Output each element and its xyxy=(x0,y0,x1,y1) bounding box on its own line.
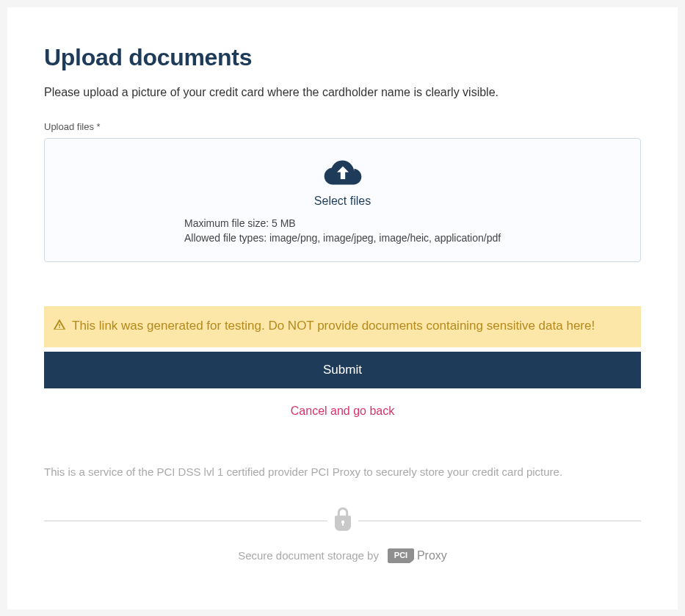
service-disclaimer: This is a service of the PCI DSS lvl 1 c… xyxy=(44,465,641,478)
page-title: Upload documents xyxy=(44,44,641,71)
brand-proxy-text: Proxy xyxy=(417,549,447,562)
page-description: Please upload a picture of your credit c… xyxy=(44,86,641,99)
lock-icon xyxy=(335,521,351,533)
select-files-label: Select files xyxy=(314,195,371,208)
upload-label: Upload files * xyxy=(44,121,641,132)
footer-brand: Secure document storage by PCI Proxy xyxy=(44,547,641,565)
svg-text:PCI: PCI xyxy=(394,551,407,559)
warning-banner: This link was generated for testing. Do … xyxy=(44,306,641,347)
max-size-hint: Maximum file size: 5 MB xyxy=(184,217,626,231)
submit-button[interactable]: Submit xyxy=(44,352,641,388)
pci-proxy-logo: PCI Proxy xyxy=(386,547,447,565)
storage-by-label: Secure document storage by xyxy=(238,549,379,562)
file-dropzone[interactable]: Select files Maximum file size: 5 MB All… xyxy=(44,138,641,262)
file-hints: Maximum file size: 5 MB Allowed file typ… xyxy=(59,217,626,245)
upload-card: Upload documents Please upload a picture… xyxy=(7,7,678,609)
svg-rect-1 xyxy=(342,522,344,526)
cancel-link[interactable]: Cancel and go back xyxy=(44,405,641,418)
divider xyxy=(44,507,641,534)
allowed-types-hint: Allowed file types: image/png, image/jpe… xyxy=(184,231,626,246)
warning-icon xyxy=(53,318,66,337)
cloud-upload-icon xyxy=(324,159,362,195)
warning-text: This link was generated for testing. Do … xyxy=(72,316,595,336)
